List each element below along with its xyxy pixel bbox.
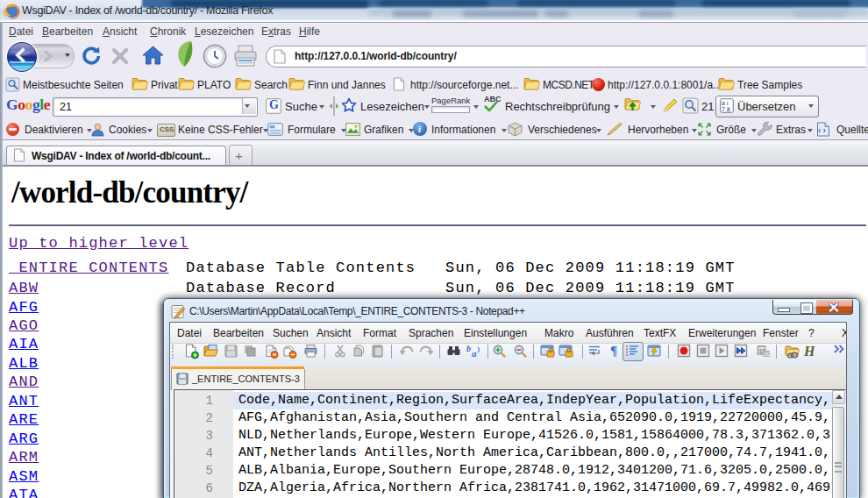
- svg-text:a: a: [472, 348, 477, 359]
- svg-text:7 ä: 7 ä: [722, 106, 730, 112]
- svg-text:b: b: [466, 344, 471, 353]
- svg-text:H: H: [803, 344, 815, 359]
- svg-text:UC: UC: [764, 352, 771, 357]
- svg-text:a ı: a ı: [722, 100, 729, 106]
- svg-text:¶: ¶: [610, 344, 617, 358]
